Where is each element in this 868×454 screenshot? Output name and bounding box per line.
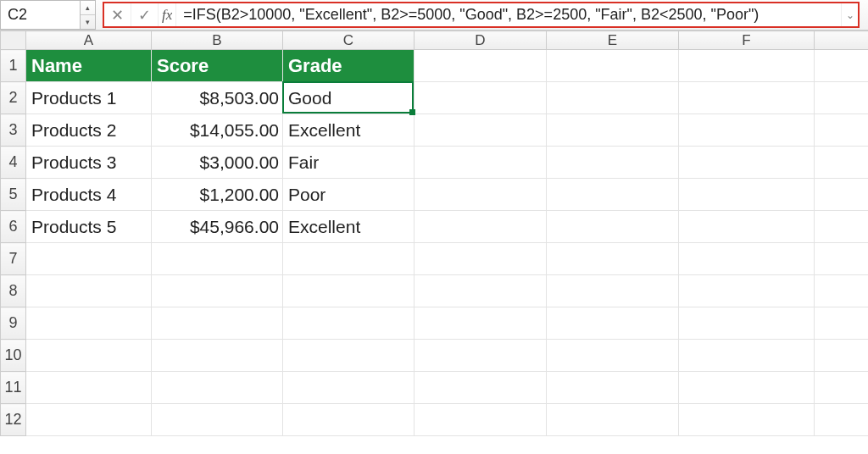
cell-F4[interactable] <box>679 147 815 179</box>
stepper-down-icon[interactable]: ▾ <box>81 15 95 29</box>
cell-C9[interactable] <box>283 307 415 340</box>
cell-E4[interactable] <box>547 147 679 179</box>
col-header-C[interactable]: C <box>283 31 415 50</box>
cell-G10[interactable] <box>815 340 869 372</box>
cell-A4[interactable]: Products 3 <box>26 147 152 179</box>
col-header-G[interactable] <box>815 31 869 50</box>
cell-D1[interactable] <box>415 50 547 82</box>
name-box[interactable]: C2 <box>0 0 81 30</box>
cell-G2[interactable] <box>815 82 869 114</box>
cell-F10[interactable] <box>679 340 815 372</box>
cell-D8[interactable] <box>415 275 547 307</box>
cell-B7[interactable] <box>152 243 283 275</box>
row-header-7[interactable]: 7 <box>1 243 26 275</box>
cell-A9[interactable] <box>26 307 152 340</box>
cell-G12[interactable] <box>815 404 869 436</box>
cell-A6[interactable]: Products 5 <box>26 211 152 243</box>
cell-E7[interactable] <box>547 243 679 275</box>
row-header-6[interactable]: 6 <box>1 211 26 243</box>
grid[interactable]: A B C D E F 1 Name Score Grade 2 Product… <box>0 30 868 436</box>
cell-C8[interactable] <box>283 275 415 307</box>
formula-input[interactable] <box>176 3 841 26</box>
cell-C3[interactable]: Excellent <box>283 114 415 147</box>
row-header-2[interactable]: 2 <box>1 82 26 114</box>
cell-F3[interactable] <box>679 114 815 147</box>
cell-A10[interactable] <box>26 340 152 372</box>
cell-B5[interactable]: $1,200.00 <box>152 179 283 211</box>
cell-A12[interactable] <box>26 404 152 436</box>
select-all-corner[interactable] <box>1 31 26 50</box>
cell-G11[interactable] <box>815 372 869 404</box>
cell-B8[interactable] <box>152 275 283 307</box>
cell-B9[interactable] <box>152 307 283 340</box>
cell-C1[interactable]: Grade <box>283 50 415 82</box>
cell-A1[interactable]: Name <box>26 50 152 82</box>
cell-E1[interactable] <box>547 50 679 82</box>
cell-B1[interactable]: Score <box>152 50 283 82</box>
cell-D12[interactable] <box>415 404 547 436</box>
cell-D10[interactable] <box>415 340 547 372</box>
cell-A11[interactable] <box>26 372 152 404</box>
col-header-B[interactable]: B <box>152 31 283 50</box>
cell-A8[interactable] <box>26 275 152 307</box>
cell-A7[interactable] <box>26 243 152 275</box>
cell-B12[interactable] <box>152 404 283 436</box>
col-header-A[interactable]: A <box>26 31 152 50</box>
row-header-1[interactable]: 1 <box>1 50 26 82</box>
cell-G4[interactable] <box>815 147 869 179</box>
cell-D6[interactable] <box>415 211 547 243</box>
row-header-9[interactable]: 9 <box>1 307 26 340</box>
cell-G6[interactable] <box>815 211 869 243</box>
col-header-E[interactable]: E <box>547 31 679 50</box>
cell-E8[interactable] <box>547 275 679 307</box>
cell-E11[interactable] <box>547 372 679 404</box>
cell-F6[interactable] <box>679 211 815 243</box>
cell-G1[interactable] <box>815 50 869 82</box>
cell-A3[interactable]: Products 2 <box>26 114 152 147</box>
cell-E3[interactable] <box>547 114 679 147</box>
cell-D4[interactable] <box>415 147 547 179</box>
cell-A5[interactable]: Products 4 <box>26 179 152 211</box>
enter-button[interactable]: ✓ <box>131 3 159 26</box>
cell-C2[interactable]: Good <box>283 82 415 114</box>
cell-G9[interactable] <box>815 307 869 340</box>
row-header-3[interactable]: 3 <box>1 114 26 147</box>
cell-F11[interactable] <box>679 372 815 404</box>
cell-D2[interactable] <box>415 82 547 114</box>
cell-G8[interactable] <box>815 275 869 307</box>
cell-E10[interactable] <box>547 340 679 372</box>
cell-D5[interactable] <box>415 179 547 211</box>
row-header-8[interactable]: 8 <box>1 275 26 307</box>
cell-E2[interactable] <box>547 82 679 114</box>
cell-G3[interactable] <box>815 114 869 147</box>
cell-E5[interactable] <box>547 179 679 211</box>
cell-E9[interactable] <box>547 307 679 340</box>
stepper-up-icon[interactable]: ▴ <box>81 1 95 15</box>
cell-D7[interactable] <box>415 243 547 275</box>
row-header-12[interactable]: 12 <box>1 404 26 436</box>
cell-D9[interactable] <box>415 307 547 340</box>
cancel-button[interactable]: ✕ <box>104 3 131 26</box>
cell-G5[interactable] <box>815 179 869 211</box>
cell-C11[interactable] <box>283 372 415 404</box>
cell-F5[interactable] <box>679 179 815 211</box>
cell-F7[interactable] <box>679 243 815 275</box>
cell-A2[interactable]: Products 1 <box>26 82 152 114</box>
col-header-D[interactable]: D <box>415 31 547 50</box>
cell-B10[interactable] <box>152 340 283 372</box>
cell-D3[interactable] <box>415 114 547 147</box>
row-header-10[interactable]: 10 <box>1 340 26 372</box>
cell-B4[interactable]: $3,000.00 <box>152 147 283 179</box>
cell-B11[interactable] <box>152 372 283 404</box>
cell-C4[interactable]: Fair <box>283 147 415 179</box>
cell-E6[interactable] <box>547 211 679 243</box>
cell-E12[interactable] <box>547 404 679 436</box>
name-box-stepper[interactable]: ▴ ▾ <box>81 0 96 30</box>
formula-expand-button[interactable]: ⌄ <box>841 3 858 26</box>
cell-G7[interactable] <box>815 243 869 275</box>
row-header-11[interactable]: 11 <box>1 372 26 404</box>
cell-C7[interactable] <box>283 243 415 275</box>
cell-F8[interactable] <box>679 275 815 307</box>
cell-C6[interactable]: Excellent <box>283 211 415 243</box>
col-header-F[interactable]: F <box>679 31 815 50</box>
